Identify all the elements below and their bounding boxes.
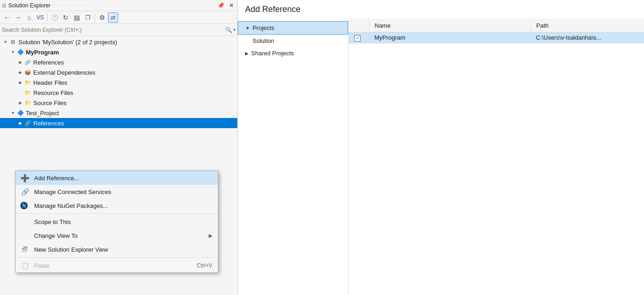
paste-icon: 📋 bbox=[20, 261, 30, 270]
ar-sidebar-shared-projects-label: Shared Projects bbox=[251, 50, 294, 57]
ctx-new-solution-view[interactable]: 🗗 New Solution Explorer View bbox=[16, 242, 218, 256]
ctx-add-reference-label: Add Reference... bbox=[34, 175, 212, 182]
search-dropdown-icon[interactable]: ▾ bbox=[233, 27, 235, 32]
myprogram-label: MyProgram bbox=[26, 49, 59, 56]
tree-item-references-tp[interactable]: ▶ 🔗 References bbox=[0, 118, 237, 128]
se-title-icon: ⊞ bbox=[2, 2, 6, 9]
ctx-manage-connected[interactable]: 🔗 Manage Connected Services bbox=[16, 185, 218, 199]
expander-refs-mp: ▶ bbox=[17, 60, 24, 65]
solution-icon: ⊞ bbox=[9, 38, 17, 46]
resource-files-label: Resource Files bbox=[33, 89, 73, 96]
se-toolbar: ← → ⌂ VS 🕐 ↻ ▤ ❐ ⚙ ⇄ bbox=[0, 11, 237, 24]
collapse-button[interactable]: ▤ bbox=[72, 12, 82, 23]
ar-body: ▼ Projects Solution ▶ Shared Projects bbox=[238, 19, 644, 295]
expander-refs-tp: ▶ bbox=[17, 121, 24, 125]
expander-source: ▶ bbox=[17, 100, 24, 105]
ctx-manage-connected-label: Manage Connected Services bbox=[34, 189, 212, 195]
refs-label-mp: References bbox=[33, 59, 64, 66]
source-files-label: Source Files bbox=[33, 100, 66, 106]
refs-label-tp: References bbox=[33, 120, 64, 127]
ar-content: Name Path ✓ MyProgram bbox=[349, 19, 644, 295]
header-files-label: Header Files bbox=[33, 79, 67, 86]
settings-button[interactable]: ⚙ bbox=[97, 12, 107, 23]
ctx-manage-nuget[interactable]: N Manage NuGet Packages... bbox=[16, 199, 218, 212]
source-files-icon: 📁 bbox=[24, 99, 31, 106]
toolbar-sep-2 bbox=[95, 13, 95, 22]
ar-row-path: C:\Users\v-lsaldanha\s... bbox=[536, 34, 602, 41]
expander-myprogram: ▼ bbox=[9, 50, 17, 54]
tree-item-header-files[interactable]: ▶ 📁 Header Files bbox=[0, 77, 237, 88]
manage-connected-icon: 🔗 bbox=[20, 187, 30, 196]
ar-sidebar-shared-projects[interactable]: ▶ Shared Projects bbox=[238, 47, 348, 59]
myprogram-icon: 🔷 bbox=[17, 48, 24, 56]
test-project-label: Test_Project bbox=[26, 110, 59, 117]
ctx-paste[interactable]: 📋 Paste Ctrl+V bbox=[16, 259, 218, 272]
ctx-add-reference[interactable]: ➕ Add Reference... bbox=[16, 171, 218, 185]
ext-deps-icon: 📦 bbox=[24, 69, 31, 76]
se-title-bar-controls: 📌 ✕ bbox=[216, 2, 235, 9]
refs-icon-tp: 🔗 bbox=[24, 119, 31, 127]
add-reference-icon: ➕ bbox=[20, 173, 30, 183]
ar-col-name[interactable]: Name bbox=[369, 19, 530, 32]
refresh-button[interactable]: ↻ bbox=[60, 12, 71, 23]
tree-item-test-project[interactable]: ▼ 🔷 Test_Project bbox=[0, 108, 237, 118]
tree-item-resource-files[interactable]: ▶ 📁 Resource Files bbox=[0, 88, 237, 98]
ar-col-path[interactable]: Path bbox=[530, 19, 644, 32]
forward-button[interactable]: → bbox=[13, 12, 23, 23]
header-files-icon: 📁 bbox=[24, 79, 31, 86]
ar-col-checkbox[interactable] bbox=[349, 19, 369, 32]
ctx-change-view-label: Change View To bbox=[34, 232, 209, 239]
search-input[interactable] bbox=[2, 27, 225, 33]
add-reference-panel: Add Reference ▼ Projects Solution ▶ Shar… bbox=[238, 0, 644, 295]
tree-item-source-files[interactable]: ▶ 📁 Source Files bbox=[0, 98, 237, 108]
sync-button[interactable]: ⇄ bbox=[108, 12, 118, 23]
history-button[interactable]: 🕐 bbox=[49, 12, 60, 23]
ctx-sep-2 bbox=[16, 257, 218, 258]
shared-projects-expander: ▶ bbox=[245, 51, 248, 56]
ar-sidebar-solution-label: Solution bbox=[253, 37, 274, 44]
ar-row-name-cell: MyProgram bbox=[369, 32, 530, 44]
ctx-new-solution-view-label: New Solution Explorer View bbox=[34, 246, 212, 253]
ar-sidebar-solution[interactable]: Solution bbox=[238, 35, 348, 47]
ar-title: Add Reference bbox=[238, 0, 644, 19]
se-search-bar: 🔍 ▾ bbox=[0, 24, 237, 36]
tree-item-solution[interactable]: ▼ ⊞ Solution 'MySolution' (2 of 2 projec… bbox=[0, 37, 237, 47]
ar-row-path-cell: C:\Users\v-lsaldanha\s... bbox=[530, 32, 644, 44]
ar-sidebar: ▼ Projects Solution ▶ Shared Projects bbox=[238, 19, 349, 295]
toolbar-sep-1 bbox=[47, 13, 48, 22]
back-button[interactable]: ← bbox=[2, 12, 12, 23]
expander-solution: ▼ bbox=[2, 40, 9, 44]
se-title-bar-left: ⊞ Solution Explorer ····················… bbox=[2, 2, 89, 9]
tree-item-myprogram[interactable]: ▼ 🔷 MyProgram bbox=[0, 47, 237, 57]
ar-sidebar-projects[interactable]: ▼ Projects bbox=[238, 21, 348, 35]
ar-row-name: MyProgram bbox=[374, 34, 405, 41]
close-icon[interactable]: ✕ bbox=[227, 2, 235, 9]
se-title-text: Solution Explorer bbox=[8, 2, 50, 9]
table-row[interactable]: ✓ MyProgram C:\Users\v-lsaldanha\s... bbox=[349, 32, 644, 44]
test-project-icon: 🔷 bbox=[17, 109, 24, 117]
ctx-change-view[interactable]: Change View To ▶ bbox=[16, 229, 218, 242]
ar-table-body: ✓ MyProgram C:\Users\v-lsaldanha\s... bbox=[349, 32, 644, 44]
tree-item-references-mp[interactable]: ▶ 🔗 References bbox=[0, 57, 237, 67]
copy-button[interactable]: ❐ bbox=[83, 12, 93, 23]
ext-deps-label: External Dependencies bbox=[33, 69, 95, 76]
ar-row-checkbox-cell[interactable]: ✓ bbox=[349, 32, 369, 44]
projects-expander: ▼ bbox=[246, 26, 250, 30]
ar-table-header: Name Path bbox=[349, 19, 644, 32]
expander-header: ▶ bbox=[17, 80, 24, 85]
resource-files-icon: 📁 bbox=[24, 89, 31, 96]
home-button[interactable]: ⌂ bbox=[24, 12, 34, 23]
ctx-scope-to-this[interactable]: Scope to This bbox=[16, 215, 218, 229]
vs-icon-button[interactable]: VS bbox=[35, 12, 45, 23]
ar-row-checkbox[interactable]: ✓ bbox=[354, 35, 361, 41]
solution-label: Solution 'MySolution' (2 of 2 projects) bbox=[18, 39, 117, 46]
pin-icon[interactable]: 📌 bbox=[216, 2, 226, 9]
expander-ext-deps: ▶ bbox=[17, 70, 24, 75]
scope-icon bbox=[20, 217, 30, 226]
search-icon[interactable]: 🔍 bbox=[225, 27, 232, 33]
tree-item-ext-deps[interactable]: ▶ 📦 External Dependencies bbox=[0, 67, 237, 77]
refs-icon-mp: 🔗 bbox=[24, 59, 31, 66]
ctx-paste-label: Paste bbox=[34, 262, 197, 269]
ar-table: Name Path ✓ MyProgram bbox=[349, 19, 644, 44]
ctx-sep-1 bbox=[16, 213, 218, 214]
